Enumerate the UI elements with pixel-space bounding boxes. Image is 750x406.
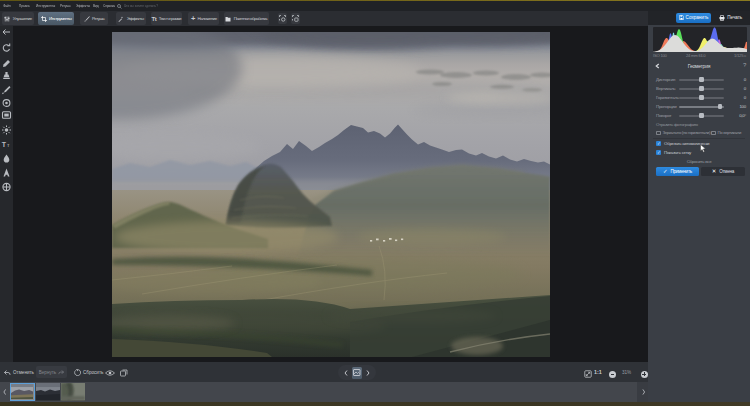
svg-text:т: т [7, 142, 10, 148]
